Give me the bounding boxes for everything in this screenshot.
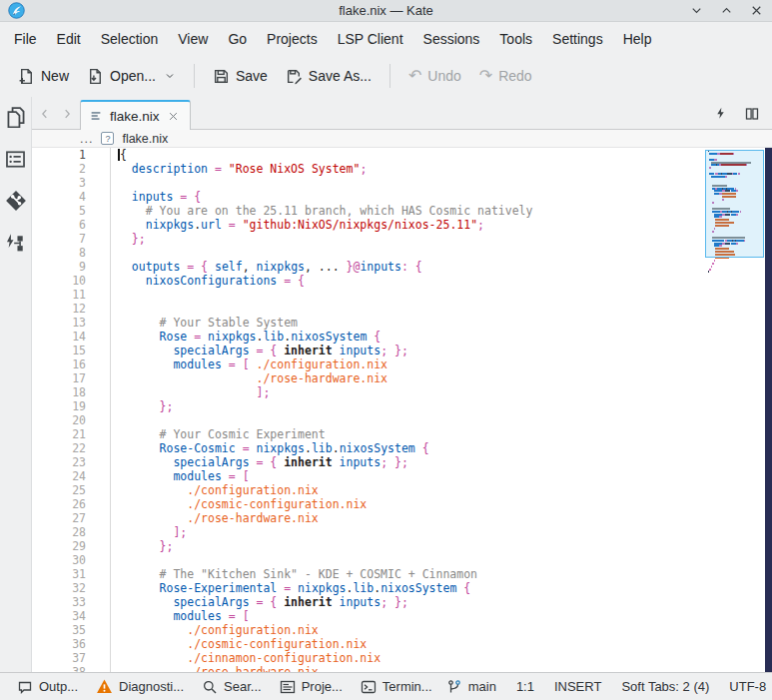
open-document-icon (87, 68, 104, 85)
tab-prev-button[interactable] (34, 103, 56, 125)
code-line: 38 ./rose-hardware.nix (32, 665, 772, 672)
menu-go[interactable]: Go (218, 26, 257, 52)
new-button-label: New (41, 68, 69, 84)
breadcrumb-more-button[interactable]: ... (80, 132, 93, 146)
git-branch-icon (446, 679, 462, 695)
new-button[interactable]: New (10, 62, 77, 91)
minimap-scrollbar[interactable] (708, 150, 762, 274)
split-view-icon[interactable] (742, 104, 762, 124)
line-number: 10 (32, 274, 94, 288)
code-line: 32 Rose-Experimental = nixpkgs.lib.nixos… (32, 581, 772, 595)
line-number: 30 (32, 553, 94, 567)
code-line: 18 ]; (32, 385, 772, 399)
titlebar[interactable]: flake.nix — Kate (0, 0, 772, 22)
cursor-position[interactable]: 1:1 (509, 676, 541, 697)
tab-next-button[interactable] (56, 103, 78, 125)
kate-window: flake.nix — Kate FileEditSelectionViewGo… (0, 0, 772, 700)
code-line: 34 modules = [ (32, 609, 772, 623)
save-as-button[interactable]: Save As... (278, 62, 380, 91)
code-line: 8 (32, 246, 772, 260)
open-button-label: Open... (110, 68, 156, 84)
line-number: 28 (32, 525, 94, 539)
sidebar-list-panel-icon[interactable] (4, 147, 28, 171)
breadcrumb-file[interactable]: flake.nix (122, 132, 168, 146)
window-controls (688, 3, 764, 19)
quick-open-flash-icon[interactable] (710, 104, 730, 124)
undo-button[interactable]: ↶Undo (400, 62, 469, 90)
statusbar: Outp...Diagnosti...Sear...Proje...Termin… (0, 672, 772, 700)
code-line: 24 modules = [ (32, 469, 772, 483)
line-number: 17 (32, 371, 94, 385)
toolbar-separator (389, 64, 390, 88)
redo-button[interactable]: ↷Redo (471, 62, 540, 90)
tab-settings[interactable]: Soft Tabs: 2 (4) (614, 676, 716, 697)
code-line: 2 description = "Rose NixOS System"; (32, 162, 772, 176)
line-number: 34 (32, 609, 94, 623)
line-number: 19 (32, 399, 94, 413)
terminal-panel-button[interactable]: Termin... (354, 676, 439, 698)
git-branch-indicator[interactable]: main (439, 676, 503, 698)
line-number: 23 (32, 455, 94, 469)
projects-panel-button-label: Proje... (302, 679, 343, 694)
menu-file[interactable]: File (4, 26, 47, 52)
tab-bar: flake.nix (32, 97, 772, 130)
sidebar-lsp-symbols-icon[interactable] (4, 231, 28, 255)
save-as-button-label: Save As... (309, 68, 372, 84)
line-number: 26 (32, 497, 94, 511)
maximize-button[interactable] (718, 3, 734, 19)
search-panel-button[interactable]: Sear... (195, 676, 269, 698)
input-mode[interactable]: INSERT (547, 676, 608, 697)
menu-selection[interactable]: Selection (91, 26, 169, 52)
code-line: 19 }; (32, 399, 772, 413)
code-line: 37 ./cinnamon-configuration.nix (32, 651, 772, 665)
save-button[interactable]: Save (205, 62, 276, 91)
line-number: 29 (32, 539, 94, 553)
menu-settings[interactable]: Settings (542, 26, 613, 52)
tab-flake-nix[interactable]: flake.nix (80, 100, 191, 130)
right-edge-strip (765, 148, 772, 672)
projects-panel-button[interactable]: Proje... (273, 676, 350, 698)
save-button-label: Save (236, 68, 268, 84)
minimize-button[interactable] (688, 3, 704, 19)
code-line: 12 (32, 302, 772, 316)
toolbar: NewOpen...SaveSave As...↶Undo↷Redo (0, 55, 772, 97)
code-line: 13 # Your Stable System (32, 316, 772, 330)
line-number: 32 (32, 581, 94, 595)
code-line: 26 ./cosmic-configuration.nix (32, 497, 772, 511)
redo-icon: ↷ (479, 69, 492, 83)
output-panel-button[interactable]: Outp... (10, 676, 85, 698)
line-number: 38 (32, 665, 94, 672)
menu-help[interactable]: Help (613, 26, 662, 52)
menu-edit[interactable]: Edit (47, 26, 91, 52)
line-number: 14 (32, 330, 94, 344)
line-number: 18 (32, 385, 94, 399)
chevron-down-icon (164, 70, 176, 82)
code-line: 9 outputs = { self, nixpkgs, ... }@input… (32, 260, 772, 274)
line-number: 8 (32, 246, 94, 260)
menu-view[interactable]: View (168, 26, 218, 52)
line-number: 35 (32, 623, 94, 637)
menu-sessions[interactable]: Sessions (413, 26, 490, 52)
diagnostics-panel-button[interactable]: Diagnosti... (89, 675, 191, 698)
code-line: 15 specialArgs = { inherit inputs; }; (32, 344, 772, 357)
menu-projects[interactable]: Projects (257, 26, 328, 52)
menu-lsp-client[interactable]: LSP Client (328, 26, 413, 52)
flash-icon (714, 106, 727, 121)
encoding[interactable]: UTF-8 (722, 676, 772, 697)
tab-close-icon[interactable] (167, 109, 181, 123)
close-button[interactable] (748, 3, 764, 19)
sidebar-git-logo-icon[interactable] (4, 189, 28, 213)
undo-button-label: Undo (427, 68, 460, 84)
left-toolview-bar (0, 97, 32, 672)
sidebar-documents-icon[interactable] (4, 105, 28, 129)
search-panel-button-label: Sear... (224, 679, 262, 694)
close-icon (749, 3, 764, 18)
line-number: 36 (32, 637, 94, 651)
code-line: 11 (32, 288, 772, 302)
open-button[interactable]: Open... (79, 62, 184, 91)
code-editor[interactable]: 1{2 description = "Rose NixOS System";34… (32, 148, 772, 672)
menu-tools[interactable]: Tools (489, 26, 542, 52)
line-number: 11 (32, 288, 94, 302)
line-number: 4 (32, 190, 94, 204)
chevron-down-icon (689, 3, 704, 18)
